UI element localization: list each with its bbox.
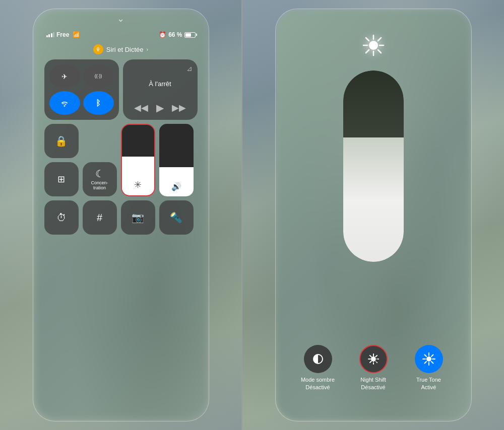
mode-sombre-item[interactable]: Mode sombreDésactivé (298, 345, 338, 391)
svg-line-16 (375, 355, 377, 357)
siri-label: Siri et Dictée (106, 46, 144, 53)
network-tile: ✈ ((·)) ᛒ (44, 59, 119, 120)
svg-line-14 (369, 355, 371, 357)
flashlight-button[interactable]: 🔦 (159, 200, 194, 235)
timer-button[interactable]: ⏱ (44, 200, 79, 235)
cellular-button[interactable]: ((·)) (83, 64, 114, 88)
calculator-button[interactable]: # (83, 200, 117, 235)
airplane-button[interactable]: ✈ (49, 64, 80, 88)
night-shift-label: Night ShiftDésactivé (360, 376, 386, 391)
siri-bar[interactable]: 🎙 Siri et Dictée › (41, 44, 201, 54)
siri-chevron-icon: › (147, 46, 149, 52)
svg-line-8 (366, 50, 369, 53)
battery-percent: 66 % (168, 31, 182, 38)
svg-line-23 (424, 355, 426, 357)
play-button[interactable]: ▶ (156, 102, 164, 114)
mid-row-left: 🔒 ⊞ (44, 124, 79, 196)
tiles-area: ✈ ((·)) ᛒ ⊿ À l'a (41, 54, 201, 235)
status-right: ⏰ 66 % (159, 31, 195, 38)
siri-mic-icon: 🎙 (93, 44, 103, 54)
signal-bars-icon (46, 32, 55, 37)
svg-line-5 (366, 38, 369, 41)
concentration-button[interactable]: ☾ Concen-tration (83, 162, 117, 196)
wifi-button[interactable] (49, 91, 80, 115)
true-tone-label: True ToneActivé (416, 376, 441, 391)
big-brightness-slider[interactable] (343, 70, 404, 262)
phone-left: ⌄ Free 📶 ⏰ 66 % (33, 9, 209, 421)
mid-row-2: 🔒 ⊞ ☾ Concen-tration ✳ (44, 124, 198, 196)
svg-line-7 (378, 38, 381, 41)
volume-icon: 🔊 (171, 182, 181, 191)
media-title: À l'arrêt (129, 65, 192, 102)
bottom-row: ⏱ # 📷 🔦 (44, 200, 198, 235)
right-panel: Mode sombreDésactivé (242, 0, 504, 430)
chevron-down-icon[interactable]: ⌄ (113, 15, 129, 22)
svg-line-25 (431, 355, 433, 357)
brightness-icon: ✳ (134, 180, 142, 190)
night-shift-button[interactable] (359, 345, 388, 373)
status-left: Free 📶 (46, 31, 81, 38)
lock-rotation-button[interactable]: 🔒 (44, 124, 79, 158)
airplay-icon: ⊿ (186, 64, 193, 73)
status-bar: Free 📶 ⏰ 66 % (41, 28, 201, 41)
true-tone-item[interactable]: True ToneActivé (409, 345, 449, 391)
left-panel: ⌄ Free 📶 ⏰ 66 % (0, 0, 241, 430)
alarm-icon: ⏰ (159, 31, 166, 38)
wifi-icon: 📶 (73, 31, 80, 38)
media-controls: ◀◀ ▶ ▶▶ (129, 102, 192, 114)
svg-line-6 (378, 50, 381, 53)
bottom-icons-row: Mode sombreDésactivé (276, 345, 471, 391)
screen-mirror-button[interactable]: ⊞ (44, 162, 79, 196)
sun-icon (362, 34, 385, 60)
camera-button[interactable]: 📷 (121, 200, 155, 235)
mode-sombre-button[interactable] (304, 345, 332, 373)
svg-line-26 (424, 362, 426, 364)
top-row: ✈ ((·)) ᛒ ⊿ À l'a (44, 59, 198, 120)
true-tone-button[interactable] (415, 345, 443, 373)
media-tile: ⊿ À l'arrêt ◀◀ ▶ ▶▶ (123, 59, 198, 120)
svg-point-0 (369, 41, 378, 50)
battery-icon (184, 32, 196, 38)
notch-area: ⌄ (41, 9, 201, 26)
sliders-area: ✳ 🔊 (121, 124, 194, 196)
mode-sombre-label: Mode sombreDésactivé (301, 376, 335, 391)
forward-button[interactable]: ▶▶ (172, 102, 186, 113)
svg-point-18 (426, 356, 431, 362)
bluetooth-button[interactable]: ᛒ (83, 91, 114, 115)
brightness-slider[interactable]: ✳ (121, 124, 155, 196)
phone-right: Mode sombreDésactivé (275, 9, 472, 421)
rewind-button[interactable]: ◀◀ (134, 102, 148, 113)
svg-line-24 (431, 362, 433, 364)
carrier-label: Free (56, 31, 69, 38)
svg-line-17 (369, 362, 371, 363)
night-shift-item[interactable]: Night ShiftDésactivé (353, 345, 394, 391)
volume-slider[interactable]: 🔊 (159, 124, 194, 196)
concentration-label: Concen-tration (91, 181, 108, 191)
